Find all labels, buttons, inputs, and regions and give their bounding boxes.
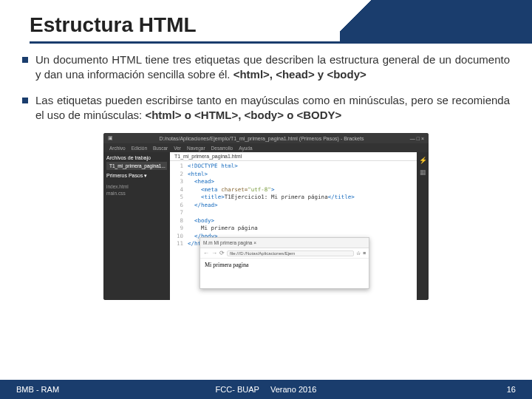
live-preview-icon[interactable]: ⚡ [419, 157, 427, 164]
menu-icon[interactable]: ≡ [363, 250, 366, 256]
code-area[interactable]: 1<!DOCTYPE html>2<html>3 <head>4 <meta c… [170, 161, 417, 250]
menu-item[interactable]: Ver [174, 146, 181, 151]
browser-tab[interactable]: M.m Mi primera pagina × [200, 238, 369, 248]
bullet-bold: <html>, <head> y <body> [233, 68, 366, 81]
slide-title: Estructura HTML [30, 13, 532, 37]
reload-icon[interactable]: ⟳ [219, 250, 225, 256]
footer-center-right: Verano 2016 [270, 385, 316, 394]
editor-screenshot: ▣ D:/notas/Aplicaciones/Ejemplo/T1_mi_pr… [103, 133, 429, 300]
bullet-bold: <html> o <HTML>, <body> o <BODY> [145, 109, 341, 121]
editor-main: T1_mi_primera_pagina1.html 1<!DOCTYPE ht… [170, 152, 417, 300]
editor-sidebar: Archivos de trabajo T1_mi_primera_pagina… [103, 152, 170, 300]
menu-item[interactable]: Navegar [187, 146, 205, 151]
editor-titlebar-path: D:/notas/Aplicaciones/Ejemplo/T1_mi_prim… [159, 136, 364, 141]
browser-tab-title: M.m Mi primera pagina × [203, 240, 256, 245]
bullet-square-icon [22, 98, 28, 103]
browser-url-field[interactable]: file:///D:/Notas/Aplicaciones/Ejem [227, 250, 354, 256]
sidebar-file[interactable]: index.html [106, 183, 167, 190]
sidebar-active-file[interactable]: T1_mi_primera_pagina1... [106, 162, 167, 170]
editor-titlebar: ▣ D:/notas/Aplicaciones/Ejemplo/T1_mi_pr… [103, 133, 429, 143]
menu-item[interactable]: Buscar [153, 146, 168, 151]
bullet-item: Un documento HTML tiene tres etiquetas q… [22, 52, 510, 83]
editor-menubar: Archivo Edición Buscar Ver Navegar Desar… [103, 143, 429, 152]
bullet-item: Las etiquetas pueden escribirse tanto en… [22, 93, 510, 123]
menu-item[interactable]: Desarrollo [211, 146, 233, 151]
editor-file-tab[interactable]: T1_mi_primera_pagina1.html [170, 152, 417, 161]
sidebar-section-label: Archivos de trabajo [106, 155, 167, 160]
forward-icon[interactable]: → [211, 250, 217, 256]
sidebar-file[interactable]: main.css [106, 190, 167, 197]
bullet-text: Las etiquetas pueden escribirse tanto en… [35, 93, 510, 123]
browser-overlay: M.m Mi primera pagina × ← → ⟳ file:///D:… [200, 237, 369, 289]
slide-header: Estructura HTML [0, 0, 532, 44]
editor-body: Archivos de trabajo T1_mi_primera_pagina… [103, 152, 429, 300]
menu-item[interactable]: Edición [132, 146, 147, 151]
star-icon[interactable]: ☆ [356, 250, 361, 256]
footer-center: FCC- BUAP Verano 2016 [0, 385, 532, 394]
back-icon[interactable]: ← [203, 250, 209, 256]
window-icon: ▣ [108, 135, 113, 141]
title-underline [30, 41, 532, 44]
editor-right-rail: ⚡ ▦ [417, 152, 429, 300]
bullet-square-icon [22, 57, 28, 63]
window-controls: — □ × [410, 136, 424, 141]
sidebar-project-name[interactable]: Primeros Pasos ▾ [106, 173, 167, 179]
slide-content: Un documento HTML tiene tres etiquetas q… [0, 44, 532, 300]
bullet-text: Un documento HTML tiene tres etiquetas q… [35, 52, 510, 83]
browser-urlbar: ← → ⟳ file:///D:/Notas/Aplicaciones/Ejem… [200, 248, 369, 259]
menu-item[interactable]: Ayuda [239, 146, 252, 151]
slide-footer: BMB - RAM FCC- BUAP Verano 2016 16 [0, 380, 532, 399]
browser-page-body: Mi primera pagina [200, 259, 369, 271]
extensions-icon[interactable]: ▦ [420, 168, 426, 176]
footer-center-left: FCC- BUAP [216, 385, 259, 394]
menu-item[interactable]: Archivo [109, 146, 126, 151]
sidebar-file-list: index.html main.css [106, 183, 167, 197]
